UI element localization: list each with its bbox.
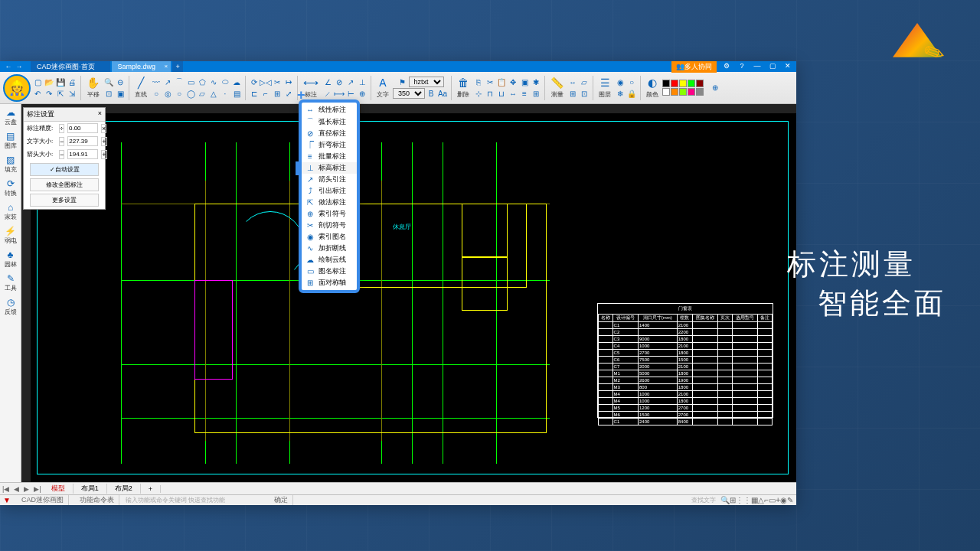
dropdown-item-8[interactable]: ⇱做法标注 [302,197,357,208]
more-settings-button[interactable]: 更多设置 [30,194,99,207]
import-icon[interactable]: ⇲ [67,88,77,99]
more-icon[interactable]: ⊕ [710,83,720,93]
modify-all-button[interactable]: 修改全图标注 [30,178,99,191]
sidebar-item-园林[interactable]: ♣园林 [5,249,17,269]
dropdown-item-15[interactable]: ⊞面对称轴 [302,277,357,289]
tab-prev[interactable]: ◀ [11,485,21,493]
help-icon[interactable]: ? [737,62,747,71]
block-icon[interactable]: ▣ [519,77,530,87]
baseline-icon[interactable]: ⊢ [345,88,356,99]
tab-first[interactable]: |◀ [0,485,11,493]
maximize-button[interactable]: ▢ [767,62,778,71]
drawing-canvas[interactable]: 休息厅 门窗表 名称设计编号洞口尺寸(mm)樘数图集名称页次选用型号备注C114… [21,104,796,482]
copy-icon[interactable]: ⎘ [473,77,484,87]
dropdown-item-13[interactable]: ☁绘制云线 [302,254,357,266]
area-icon[interactable]: ▱ [579,77,590,87]
open-icon[interactable]: 📂 [44,77,54,87]
polygon-icon[interactable]: ⬠ [197,77,207,87]
sb-cmd-button[interactable]: 功能命令表 [75,495,119,505]
nav-back[interactable]: ← [3,62,14,71]
line-tool[interactable]: ╱直线 [132,74,149,102]
explode-icon[interactable]: ✱ [531,77,541,87]
align-icon[interactable]: ≡ [519,88,530,99]
offset-icon[interactable]: ⊏ [249,88,260,99]
match-icon[interactable]: ⊹ [473,88,484,99]
arrowsize-input[interactable] [67,149,98,159]
dist-icon[interactable]: ↔ [567,77,578,87]
calc-icon[interactable]: ⊡ [579,88,590,99]
textsize-input[interactable] [67,136,98,146]
precision-down[interactable]: × [101,124,106,133]
sidebar-item-填充[interactable]: ▨填充 [5,155,17,174]
delete-tool[interactable]: 🗑删除 [455,74,472,102]
zoom-out-icon[interactable]: ⊖ [115,77,126,87]
leader-icon[interactable]: ↗ [345,77,356,87]
dropdown-item-4[interactable]: ≡批量标注 [302,151,357,162]
text-tool[interactable]: A文字 [374,74,391,102]
freeze-icon[interactable]: ❄ [615,88,626,99]
sidebar-item-工具[interactable]: ✎工具 [5,273,17,292]
ray-icon[interactable]: ↗ [162,77,173,87]
tab-home[interactable]: CAD迷你画图·首页 [31,61,110,72]
style-icon[interactable]: Aa [437,88,448,99]
zoom-in-icon[interactable]: 🔍 [103,77,114,87]
dropdown-item-11[interactable]: ◉索引图名 [302,231,357,243]
status-icon[interactable]: ◉ [780,496,787,504]
break-icon[interactable]: ⊓ [485,88,495,99]
arrowsize-plus[interactable]: + [101,150,106,159]
group-icon[interactable]: ⊞ [531,88,541,99]
ordinate-icon[interactable]: ⊥ [357,77,368,87]
new-icon[interactable]: ▢ [32,77,43,87]
tab-next[interactable]: ▶ [21,485,31,493]
ellipse-icon[interactable]: ⬭ [220,77,230,87]
measure-tool[interactable]: 📏测量 [548,74,566,102]
donut-icon[interactable]: ◎ [162,88,173,99]
scale-icon[interactable]: ⤢ [283,88,294,99]
sidebar-item-反馈[interactable]: ◷反馈 [5,297,17,316]
panel-close-icon[interactable]: × [98,109,102,119]
point-icon[interactable]: · [220,88,230,99]
auto-settings-button[interactable]: ✓自动设置 [30,163,99,176]
arc-icon[interactable]: ⌒ [174,77,185,87]
teamwork-button[interactable]: 👥多人协同 [671,61,717,73]
color-palette[interactable] [662,80,704,96]
status-icon[interactable]: 🔍 [720,496,730,504]
sidebar-item-转换[interactable]: ⟳转换 [5,178,17,197]
table-icon[interactable]: ⊞ [567,88,578,99]
circle-icon[interactable]: ○ [151,88,162,99]
dropdown-item-9[interactable]: ⊕索引符号 [302,208,357,220]
tab-layout2[interactable]: 布局2 [107,484,141,494]
font-select[interactable]: hztxt [409,77,444,87]
continue-icon[interactable]: ⟼ [334,88,345,99]
status-icon[interactable]: ✎ [787,496,793,504]
sidebar-item-图库[interactable]: ▤图库 [5,131,17,150]
tab-add[interactable]: + [141,485,161,493]
status-icon[interactable]: ▭ [769,496,776,504]
paste-icon[interactable]: 📋 [496,77,507,87]
dropdown-item-10[interactable]: ✂剖切符号 [302,220,357,231]
undo-icon[interactable]: ↶ [32,88,43,99]
status-icon[interactable]: ⋮⋮ [736,496,751,504]
dropdown-item-3[interactable]: ⎾折弯标注 [302,139,357,151]
zoom-window-icon[interactable]: ▣ [115,88,126,99]
dropdown-item-2[interactable]: ⊘直径标注 [302,128,357,139]
lock-icon[interactable]: 🔒 [626,88,637,99]
zoom-fit-icon[interactable]: ⊡ [103,88,114,99]
sidebar-item-云盘[interactable]: ☁云盘 [5,107,17,126]
arrowsize-minus[interactable]: − [59,150,64,159]
sidebar-item-弱电[interactable]: ⚡弱电 [5,226,17,245]
color-tool[interactable]: ◐颜色 [644,74,661,102]
tab-sample[interactable]: Sample.dwg× [112,61,172,72]
dropdown-item-6[interactable]: ↗箭头引注 [302,174,357,185]
close-icon[interactable]: × [164,61,168,72]
precision-input[interactable] [67,123,98,133]
redo-icon[interactable]: ↷ [44,88,54,99]
dropdown-item-14[interactable]: ▭图名标注 [302,266,357,277]
save-icon[interactable]: 💾 [55,77,66,87]
sidebar-item-家装[interactable]: ⌂家装 [5,202,17,221]
layeroff-icon[interactable]: ○ [626,77,637,87]
rect-icon[interactable]: ▭ [185,77,196,87]
fontsize-select[interactable]: 350 [393,88,425,99]
dropdown-item-1[interactable]: ⌒弧长标注 [302,116,357,128]
tab-layout1[interactable]: 布局1 [74,484,107,494]
